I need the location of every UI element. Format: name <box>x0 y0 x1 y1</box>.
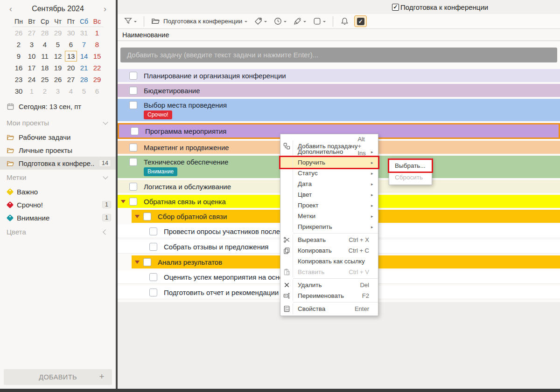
task-checkbox[interactable] <box>131 127 139 135</box>
calendar-day[interactable]: 2 <box>12 39 25 50</box>
task-checkbox[interactable] <box>129 87 137 95</box>
calendar-day[interactable]: 30 <box>12 85 25 97</box>
add-task-input[interactable]: Добавить задачу (введите текст задачи и … <box>120 48 557 62</box>
calendar-day[interactable]: 28 <box>38 27 51 39</box>
menu-item-properties[interactable]: СвойстваEnter <box>280 303 378 314</box>
submenu-item-reset[interactable]: Сбросить <box>389 172 432 183</box>
section-labels[interactable]: Метки <box>0 170 116 185</box>
task-band[interactable]: Планирование и организация конференции <box>118 69 560 82</box>
task-checkbox[interactable] <box>149 289 157 296</box>
sidebar-project-item[interactable]: Рабочие задачи <box>0 131 116 144</box>
menu-item-rename[interactable]: reПереименоватьF2 <box>280 290 378 301</box>
filter-button[interactable] <box>122 16 138 27</box>
calendar-day[interactable]: 19 <box>51 62 64 74</box>
calendar-day[interactable]: 17 <box>25 62 38 74</box>
calendar-day[interactable]: 18 <box>38 62 51 74</box>
menu-item-more[interactable]: Дополнительно▸ <box>280 146 378 157</box>
calendar-day[interactable]: 28 <box>77 74 91 85</box>
sidebar-project-item[interactable]: Личные проекты <box>0 144 116 157</box>
calendar-day[interactable]: 16 <box>12 62 25 74</box>
expander-icon[interactable] <box>121 200 126 203</box>
calendar-day[interactable]: 31 <box>77 27 91 39</box>
task-checkbox[interactable] <box>149 243 157 251</box>
calendar-day[interactable]: 29 <box>91 74 104 85</box>
calendar-next-icon[interactable]: › <box>104 5 106 13</box>
menu-item-copy[interactable]: КопироватьCtrl + C <box>280 245 378 256</box>
schedule-button[interactable] <box>272 16 288 27</box>
calendar-day[interactable]: 22 <box>91 62 104 74</box>
calendar-day[interactable]: 29 <box>51 27 64 39</box>
calendar-day[interactable]: 24 <box>25 74 38 85</box>
sidebar-label-item[interactable]: Важно <box>0 185 116 198</box>
calendar-day[interactable]: 3 <box>51 85 64 97</box>
calendar-day[interactable]: 4 <box>38 39 51 50</box>
task-checkbox[interactable] <box>129 72 137 80</box>
calendar-day[interactable]: 4 <box>64 85 77 97</box>
calendar-day[interactable]: 27 <box>64 74 77 85</box>
calendar-day[interactable]: 5 <box>51 39 64 50</box>
menu-item-copy-as-link[interactable]: Копировать как ссылку <box>280 256 378 267</box>
menu-item-assign[interactable]: Поручить▸ <box>280 157 378 168</box>
task-checkbox[interactable] <box>149 273 157 281</box>
menu-item-labels[interactable]: Метки▸ <box>280 211 378 221</box>
menu-item-cut[interactable]: ВырезатьCtrl + X <box>280 234 378 245</box>
submenu-item-choose[interactable]: Выбрать... <box>389 160 432 172</box>
calendar-day-today[interactable]: 13 <box>64 50 77 62</box>
task-checkbox[interactable] <box>129 101 137 109</box>
calendar-day[interactable]: 15 <box>91 50 104 62</box>
labels-button[interactable] <box>252 16 268 27</box>
calendar-day[interactable]: 2 <box>38 85 51 97</box>
task-checkbox[interactable] <box>143 258 151 266</box>
task-checkbox[interactable] <box>149 227 157 235</box>
column-header-name[interactable]: Наименование <box>118 29 560 41</box>
calendar-day[interactable]: 12 <box>51 50 64 62</box>
calendar-day[interactable]: 8 <box>91 39 104 50</box>
expander-icon[interactable] <box>135 261 140 264</box>
sidebar-label-item[interactable]: Внимание1 <box>0 211 116 224</box>
calendar-prev-icon[interactable]: ‹ <box>9 5 12 13</box>
menu-item-status[interactable]: Статус▸ <box>280 168 378 179</box>
show-completed-toggle[interactable]: ✓ <box>354 15 367 27</box>
menu-item-date[interactable]: Дата▸ <box>280 179 378 189</box>
calendar-day[interactable]: 14 <box>77 50 91 62</box>
task-band[interactable]: Бюджетирование <box>118 84 560 97</box>
task-checkbox[interactable] <box>129 183 137 191</box>
project-dropdown-button[interactable]: Подготовка к конференции <box>150 16 249 27</box>
calendar-day[interactable]: 27 <box>25 27 38 39</box>
calendar-day[interactable]: 3 <box>25 39 38 50</box>
expander-icon[interactable] <box>135 215 140 218</box>
calendar-day[interactable]: 21 <box>77 62 91 74</box>
task-checkbox[interactable] <box>129 144 137 151</box>
task-checkbox[interactable] <box>129 198 137 206</box>
add-project-button[interactable]: ДОБАВИТЬ + <box>4 369 112 385</box>
sidebar-label-item[interactable]: Срочно!1 <box>0 198 116 211</box>
task-checkbox[interactable] <box>129 158 137 166</box>
sidebar-today-item[interactable]: Сегодня: 13 сен, пт <box>0 97 116 115</box>
menu-item-color[interactable]: Цвет▸ <box>280 189 378 200</box>
calendar-day[interactable]: 11 <box>38 50 51 62</box>
status-button[interactable] <box>311 16 327 27</box>
section-colors[interactable]: Цвета <box>0 224 116 240</box>
calendar-day[interactable]: 5 <box>77 85 91 97</box>
task-band[interactable]: Выбор места проведенияСрочно! <box>118 99 560 121</box>
menu-item-add-subtask[interactable]: Добавить подзадачуAlt + Ins <box>280 136 378 146</box>
calendar-day[interactable]: 1 <box>91 27 104 39</box>
calendar-day[interactable]: 10 <box>25 50 38 62</box>
task-checkbox[interactable] <box>143 213 151 220</box>
menu-item-paste[interactable]: ВставитьCtrl + V <box>280 267 378 277</box>
calendar-day[interactable]: 26 <box>51 74 64 85</box>
calendar-day[interactable]: 1 <box>25 85 38 97</box>
calendar-day[interactable]: 30 <box>64 27 77 39</box>
calendar-day[interactable]: 6 <box>91 85 104 97</box>
menu-item-project[interactable]: Проект▸ <box>280 200 378 211</box>
reminder-button[interactable] <box>339 16 350 27</box>
calendar-day[interactable]: 26 <box>12 27 25 39</box>
calendar-day[interactable]: 20 <box>64 62 77 74</box>
color-button[interactable] <box>292 16 308 27</box>
sidebar-project-item[interactable]: Подготовка к конфере...14 <box>0 157 116 170</box>
menu-item-attach[interactable]: Прикрепить▸ <box>280 221 378 232</box>
calendar-day[interactable]: 9 <box>12 50 25 62</box>
calendar-day[interactable]: 25 <box>38 74 51 85</box>
calendar-day[interactable]: 6 <box>64 39 77 50</box>
calendar-day[interactable]: 7 <box>77 39 91 50</box>
